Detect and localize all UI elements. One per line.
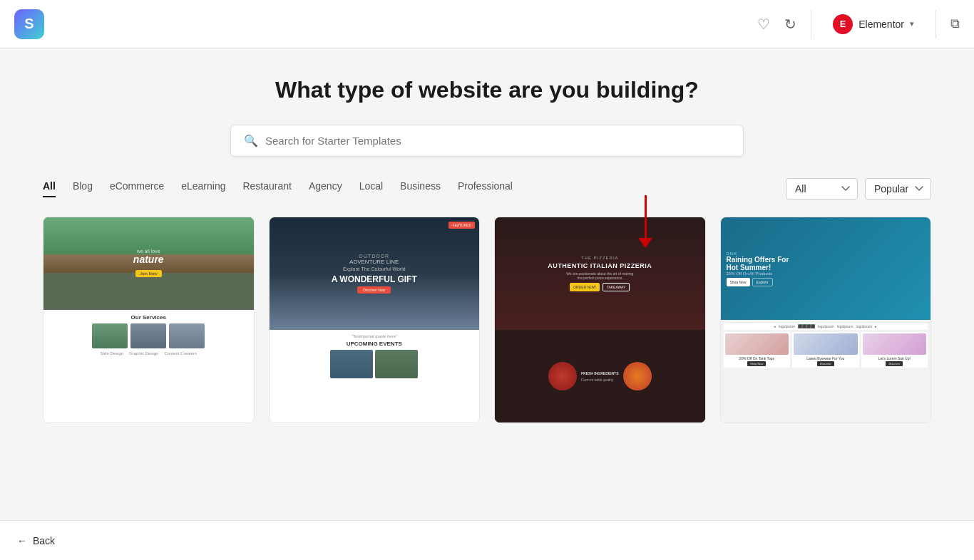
- tab-local[interactable]: Local: [359, 180, 383, 197]
- template-card-shop[interactable]: DNK Raining Offers ForHot Summer! 25% Of…: [720, 217, 932, 423]
- page-title: What type of website are you building?: [43, 77, 931, 103]
- elementor-badge: E: [833, 14, 853, 34]
- tab-ecommerce[interactable]: eCommerce: [110, 180, 164, 197]
- shop-product-2: Latest Eyewear For You Discover: [792, 332, 859, 368]
- external-link-icon: ⧉: [950, 16, 960, 31]
- refresh-icon: ↻: [784, 16, 796, 33]
- template-card-outdoor[interactable]: FEATURED OUTDOOR ADVENTURE LINE Explore …: [269, 217, 481, 423]
- back-arrow-icon: ←: [17, 535, 27, 546]
- tab-professional[interactable]: Professional: [458, 180, 513, 197]
- type-filter-select[interactable]: All Free Premium: [786, 178, 858, 199]
- shop-product-1: 20% Off On Tank Tops Shop Now: [724, 332, 791, 368]
- pizza-takeaway-btn[interactable]: TAKEAWAY: [603, 283, 630, 291]
- back-label: Back: [33, 535, 55, 546]
- chevron-down-icon: ▾: [910, 19, 914, 28]
- search-input[interactable]: [265, 135, 730, 147]
- topbar-left: S: [14, 9, 44, 39]
- search-icon: 🔍: [244, 134, 258, 147]
- refresh-button[interactable]: ↻: [784, 16, 796, 33]
- tab-blog[interactable]: Blog: [73, 180, 93, 197]
- nature-cta-btn[interactable]: Join Now: [135, 270, 162, 277]
- filter-tabs: All Blog eCommerce eLearning Restaurant …: [43, 180, 513, 197]
- favorites-button[interactable]: ♡: [757, 16, 770, 33]
- pizza-order-btn[interactable]: ORDER NOW: [570, 283, 600, 291]
- tab-elearning[interactable]: eLearning: [181, 180, 225, 197]
- topbar-separator: [811, 10, 811, 38]
- shop-product-2-btn[interactable]: Discover: [817, 361, 834, 366]
- topbar-right: ♡ ↻ E Elementor ▾ ⧉: [757, 10, 960, 38]
- template-grid: we all love nature Join Now Our Services: [43, 217, 931, 423]
- outdoor-featured-tag: FEATURED: [448, 222, 475, 229]
- elementor-button[interactable]: E Elementor ▾: [826, 10, 921, 38]
- template-card-pizza[interactable]: PREMIUM THE PIZZERIA AUTHENTIC ITALIAN P…: [494, 217, 706, 423]
- shop-product-3-btn[interactable]: Discover: [886, 361, 903, 366]
- shop-explore-btn[interactable]: Explore: [752, 278, 773, 286]
- filter-row: All Blog eCommerce eLearning Restaurant …: [43, 178, 931, 199]
- tab-agency[interactable]: Agency: [309, 180, 342, 197]
- tab-business[interactable]: Business: [400, 180, 441, 197]
- main-content: What type of website are you building? 🔍…: [0, 48, 974, 520]
- shop-now-btn[interactable]: Shop Now: [727, 278, 750, 286]
- outdoor-cta-btn[interactable]: Discover Now: [357, 286, 391, 294]
- tab-restaurant[interactable]: Restaurant: [242, 180, 291, 197]
- logo-icon: S: [14, 9, 44, 39]
- external-link-button[interactable]: ⧉: [950, 16, 960, 31]
- sort-filter-select[interactable]: Popular Newest Oldest: [865, 178, 931, 199]
- heart-icon: ♡: [757, 16, 770, 33]
- shop-product-3: Let's Lorem Suit Up! Discover: [861, 332, 928, 368]
- back-button[interactable]: ← Back: [17, 535, 55, 546]
- search-container: 🔍: [230, 125, 744, 157]
- tab-all[interactable]: All: [43, 180, 56, 197]
- template-card-nature[interactable]: we all love nature Join Now Our Services: [43, 217, 255, 423]
- bottom-bar: ← Back: [0, 520, 974, 560]
- topbar: S ♡ ↻ E Elementor ▾ ⧉: [0, 0, 974, 48]
- filter-dropdowns: All Free Premium Popular Newest Oldest: [786, 178, 931, 199]
- elementor-label: Elementor: [858, 19, 904, 30]
- topbar-separator-2: [935, 10, 936, 38]
- shop-product-1-btn[interactable]: Shop Now: [747, 361, 766, 366]
